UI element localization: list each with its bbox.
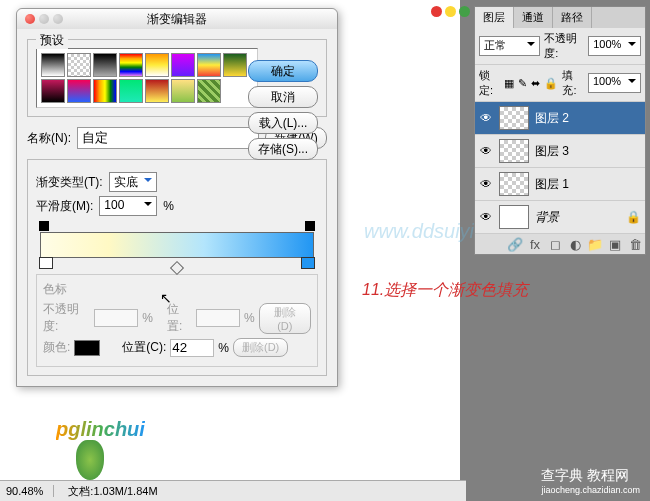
save-button[interactable]: 存储(S)... [248,138,318,160]
gradient-swatch[interactable] [119,79,143,103]
layer-row[interactable]: 👁图层 1 [475,168,645,201]
ok-button[interactable]: 确定 [248,60,318,82]
layer-mask-icon[interactable]: ◻ [548,237,562,251]
doc-size-label: 文档: [68,485,93,497]
tab-paths[interactable]: 路径 [553,7,592,28]
layer-opacity-input[interactable]: 100% [588,36,641,56]
zoom-level[interactable]: 90.48% [6,485,54,497]
minimize-dot-icon[interactable] [445,6,456,17]
new-layer-icon[interactable]: ▣ [608,237,622,251]
gradient-swatch[interactable] [197,79,221,103]
smoothness-label: 平滑度(M): [36,198,93,215]
layer-thumbnail[interactable] [499,139,529,163]
visibility-eye-icon[interactable]: 👁 [479,144,493,158]
layer-thumbnail[interactable] [499,205,529,229]
opacity-label: 不透明度: [43,301,90,335]
gradient-swatch[interactable] [145,79,169,103]
unit-label: % [244,311,255,325]
gradient-swatch[interactable] [41,53,65,77]
decorative-shape [76,440,104,480]
layer-name: 图层 1 [535,176,569,193]
cancel-button[interactable]: 取消 [248,86,318,108]
delete-layer-icon[interactable]: 🗑 [628,237,642,251]
site-watermark: 查字典 教程网 jiaocheng.chazidian.com [541,467,640,495]
unit-label: % [142,311,153,325]
gradient-swatch[interactable] [171,53,195,77]
gradient-preview-bar[interactable] [40,232,314,258]
layer-thumbnail[interactable] [499,106,529,130]
visibility-eye-icon[interactable]: 👁 [479,210,493,224]
opacity-stop[interactable] [39,221,49,231]
adjustment-layer-icon[interactable]: ◐ [568,237,582,251]
lock-position-icon[interactable]: ⬌ [531,77,540,90]
gradient-swatch[interactable] [197,53,221,77]
gradient-editor-dialog: 渐变编辑器 预设 确定 [16,8,338,387]
color-stop[interactable] [301,257,315,269]
gradient-swatch[interactable] [67,53,91,77]
dialog-titlebar[interactable]: 渐变编辑器 [17,9,337,29]
type-label: 渐变类型(T): [36,174,103,191]
position-label: 位置: [167,301,192,335]
link-layers-icon[interactable]: 🔗 [508,237,522,251]
layer-name: 背景 [535,209,559,226]
gradient-name-input[interactable] [77,127,259,149]
lock-transparency-icon[interactable]: ▦ [504,77,514,90]
gradient-swatch[interactable] [93,79,117,103]
layer-group-icon[interactable]: 📁 [588,237,602,251]
gradient-swatch[interactable] [145,53,169,77]
delete-stop-button: 删除(D) [233,338,288,357]
load-button[interactable]: 载入(L)... [248,112,318,134]
preset-grid[interactable] [36,48,258,108]
blend-mode-select[interactable]: 正常 [479,36,540,56]
secondary-window-controls [431,6,470,17]
unit-label: % [218,341,229,355]
tab-channels[interactable]: 通道 [514,7,553,28]
maximize-icon[interactable] [53,14,63,24]
delete-stop-button: 删除(D) [259,303,311,334]
gradient-type-select[interactable]: 实底 [109,172,157,192]
stop-opacity-input [94,309,138,327]
lock-icon: 🔒 [626,210,641,224]
dialog-title: 渐变编辑器 [147,11,207,28]
lock-all-icon[interactable]: 🔒 [544,77,558,90]
layer-fill-input[interactable]: 100% [588,73,641,93]
gradient-swatch[interactable] [171,79,195,103]
midpoint-diamond-icon[interactable] [169,261,183,275]
visibility-eye-icon[interactable]: 👁 [479,177,493,191]
layer-style-icon[interactable]: fx [528,237,542,251]
visibility-eye-icon[interactable]: 👁 [479,111,493,125]
layer-opacity-label: 不透明度: [544,31,584,61]
annotation-text: 11.选择一个渐变色填充 [362,280,528,301]
gradient-swatch[interactable] [67,79,91,103]
smoothness-input[interactable]: 100 [99,196,157,216]
color-label: 颜色: [43,339,70,356]
lock-label: 锁定: [479,68,500,98]
layer-row[interactable]: 👁图层 3 [475,135,645,168]
gradient-swatch[interactable] [93,53,117,77]
close-dot-icon[interactable] [431,6,442,17]
stop-position-input [196,309,240,327]
doc-size-value: 1.03M/1.84M [93,485,157,497]
stops-heading: 色标 [43,282,67,296]
layer-row[interactable]: 👁图层 2 [475,102,645,135]
layer-name: 图层 2 [535,110,569,127]
close-icon[interactable] [25,14,35,24]
fill-label: 填充: [562,68,583,98]
minimize-icon[interactable] [39,14,49,24]
position-c-label: 位置(C): [122,339,166,356]
gradient-swatch[interactable] [223,53,247,77]
layer-thumbnail[interactable] [499,172,529,196]
layer-row[interactable]: 👁背景🔒 [475,201,645,234]
zoom-dot-icon[interactable] [459,6,470,17]
lock-pixels-icon[interactable]: ✎ [518,77,527,90]
tab-layers[interactable]: 图层 [475,7,514,28]
gradient-swatch[interactable] [41,79,65,103]
decorative-logo: pglinchui [56,418,145,441]
preset-section: 预设 确定 取消 载入(L)... [27,39,327,117]
layer-name: 图层 3 [535,143,569,160]
gradient-swatch[interactable] [119,53,143,77]
layers-panel: 图层 通道 路径 正常 不透明度: 100% 锁定: ▦ ✎ ⬌ 🔒 填充: 1… [474,6,646,255]
color-stop[interactable] [39,257,53,269]
opacity-stop[interactable] [305,221,315,231]
midpoint-position-input[interactable] [170,339,214,357]
